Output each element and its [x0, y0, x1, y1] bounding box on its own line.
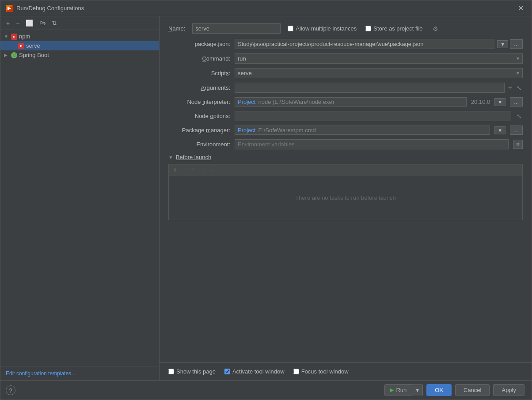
node-project-text: Project	[238, 99, 255, 105]
name-row: Name: Allow multiple instances Store as …	[168, 23, 523, 34]
top-checkboxes: Allow multiple instances Store as projec…	[288, 24, 523, 33]
right-panel: Name: Allow multiple instances Store as …	[160, 16, 532, 380]
run-triangle-icon: ▶	[390, 387, 394, 393]
store-project-checkbox[interactable]	[365, 26, 371, 31]
spring-boot-group-item[interactable]: ▶ 🌿 Spring Boot	[0, 50, 159, 60]
focus-tool-label: Focus tool window	[301, 368, 349, 375]
npm-expand-arrow: ▼	[4, 34, 9, 39]
dialog-body: + − ⬜ 🗁 ⇅ ▼ n n	[0, 16, 532, 380]
run-button-group: ▶ Run ▼	[384, 384, 423, 396]
add-config-button[interactable]: +	[4, 18, 12, 28]
store-project-label: Store as project file	[373, 25, 422, 32]
arguments-input-group: + ⤡	[235, 83, 523, 93]
npm-icon: n	[11, 34, 17, 40]
node-interpreter-dropdown-btn[interactable]: ▼	[494, 98, 505, 106]
run-dropdown-button[interactable]: ▼	[412, 385, 422, 395]
folder-icon: 🗁	[39, 19, 46, 27]
node-options-expand-btn[interactable]: ⤡	[516, 112, 523, 121]
package-json-dropdown-btn[interactable]: ▼	[497, 40, 508, 48]
before-launch-up-btn[interactable]: ↑	[200, 165, 206, 174]
left-footer: Edit configuration templates...	[0, 366, 159, 380]
form-content: Name: Allow multiple instances Store as …	[160, 16, 532, 362]
focus-tool-checkbox[interactable]	[293, 369, 299, 374]
copy-config-button[interactable]: ⬜	[23, 18, 35, 28]
command-select[interactable]: run build test	[235, 53, 523, 64]
package-manager-box: Project E:\SofeWare\npm.cmd	[235, 126, 490, 135]
plus-icon: +	[6, 19, 10, 27]
sort-button[interactable]: ⇅	[49, 18, 59, 28]
run-dropdown-arrow-icon: ▼	[415, 388, 420, 393]
serve-label: serve	[26, 42, 40, 49]
allow-multiple-checkbox-label[interactable]: Allow multiple instances	[288, 25, 357, 32]
package-json-browse-btn[interactable]: ...	[510, 39, 523, 49]
package-manager-dropdown-btn[interactable]: ▼	[494, 126, 505, 134]
serve-config-item[interactable]: n serve	[0, 41, 159, 50]
environment-label: Environment:	[168, 141, 230, 148]
allow-multiple-checkbox[interactable]	[288, 26, 293, 31]
ok-button[interactable]: OK	[426, 384, 452, 396]
node-options-input[interactable]	[235, 111, 511, 121]
minus-icon: −	[16, 19, 19, 27]
title-bar: ▶ Run/Debug Configurations ✕	[0, 0, 532, 16]
before-launch-remove-btn[interactable]: −	[180, 165, 187, 174]
arguments-add-btn[interactable]: +	[506, 83, 514, 93]
package-manager-label: Package manager:	[168, 127, 230, 133]
before-launch-content: There are no tasks to run before launch	[169, 175, 522, 220]
cancel-button[interactable]: Cancel	[455, 384, 490, 396]
title-bar-left: ▶ Run/Debug Configurations	[6, 5, 84, 12]
activate-tool-label: Activate tool window	[232, 368, 285, 375]
activate-tool-checkbox-label[interactable]: Activate tool window	[224, 368, 285, 375]
before-launch-edit-btn[interactable]: ✎	[189, 165, 198, 174]
dialog-footer: ▶ Run ▼ OK Cancel Apply	[0, 380, 532, 400]
npm-group-label: npm	[19, 33, 30, 40]
environment-input[interactable]	[235, 139, 509, 149]
environment-row: Environment: ≡	[168, 139, 523, 149]
scripts-label: Scripts:	[168, 70, 230, 76]
node-options-row: Node options: ⤡	[168, 111, 523, 121]
apply-button[interactable]: Apply	[493, 384, 524, 396]
show-page-label: Show this page	[176, 368, 216, 375]
sort-icon: ⇅	[52, 19, 57, 27]
package-json-input[interactable]	[235, 39, 495, 49]
package-manager-project-text: Project	[238, 127, 255, 133]
run-main-button[interactable]: ▶ Run	[385, 385, 412, 396]
gear-button[interactable]: ⚙	[432, 24, 439, 33]
show-page-checkbox[interactable]	[168, 369, 174, 374]
help-button[interactable]: ?	[6, 385, 15, 395]
node-interpreter-browse-btn[interactable]: ...	[510, 97, 523, 107]
arguments-label: Arguments:	[168, 84, 230, 91]
before-launch-collapse-arrow[interactable]: ▼	[168, 155, 173, 160]
node-interpreter-label: Node interpreter:	[168, 99, 230, 105]
before-launch-down-btn[interactable]: ↓	[208, 165, 215, 174]
edit-templates-link[interactable]: Edit configuration templates...	[6, 370, 76, 377]
package-manager-row: Package manager: Project E:\SofeWare\npm…	[168, 126, 523, 135]
show-page-checkbox-label[interactable]: Show this page	[168, 368, 216, 375]
folder-button[interactable]: 🗁	[37, 18, 48, 28]
app-icon: ▶	[6, 5, 13, 12]
spring-boot-label: Spring Boot	[19, 52, 49, 58]
store-project-checkbox-label[interactable]: Store as project file	[365, 25, 422, 32]
run-button-label: Run	[396, 387, 407, 393]
command-label: Command:	[168, 55, 230, 62]
package-manager-path-text: E:\SofeWare\npm.cmd	[258, 127, 315, 133]
activate-tool-checkbox[interactable]	[224, 369, 230, 374]
name-input[interactable]	[192, 23, 281, 34]
environment-edit-btn[interactable]: ≡	[513, 140, 523, 149]
remove-config-button[interactable]: −	[14, 18, 22, 28]
no-tasks-text: There are no tasks to run before launch	[295, 194, 396, 201]
node-version-text: 20.10.0	[471, 99, 490, 105]
before-launch-title: Before launch	[176, 154, 211, 160]
scripts-select-wrapper: serve build ▼	[235, 68, 523, 78]
focus-tool-checkbox-label[interactable]: Focus tool window	[293, 368, 349, 375]
scripts-select[interactable]: serve build	[235, 68, 523, 78]
close-button[interactable]: ✕	[515, 3, 526, 13]
arguments-expand-btn[interactable]: ⤡	[516, 84, 523, 92]
dialog-title: Run/Debug Configurations	[16, 5, 84, 11]
before-launch-box: + − ✎ ↑ ↓ There are no tasks to run befo…	[168, 164, 523, 220]
left-panel: + − ⬜ 🗁 ⇅ ▼ n n	[0, 16, 160, 380]
npm-group-item[interactable]: ▼ n npm	[0, 32, 159, 41]
before-launch-add-btn[interactable]: +	[171, 165, 179, 174]
arguments-input[interactable]	[235, 83, 505, 93]
package-manager-browse-btn[interactable]: ...	[510, 126, 523, 135]
before-launch-toolbar: + − ✎ ↑ ↓	[169, 164, 522, 175]
